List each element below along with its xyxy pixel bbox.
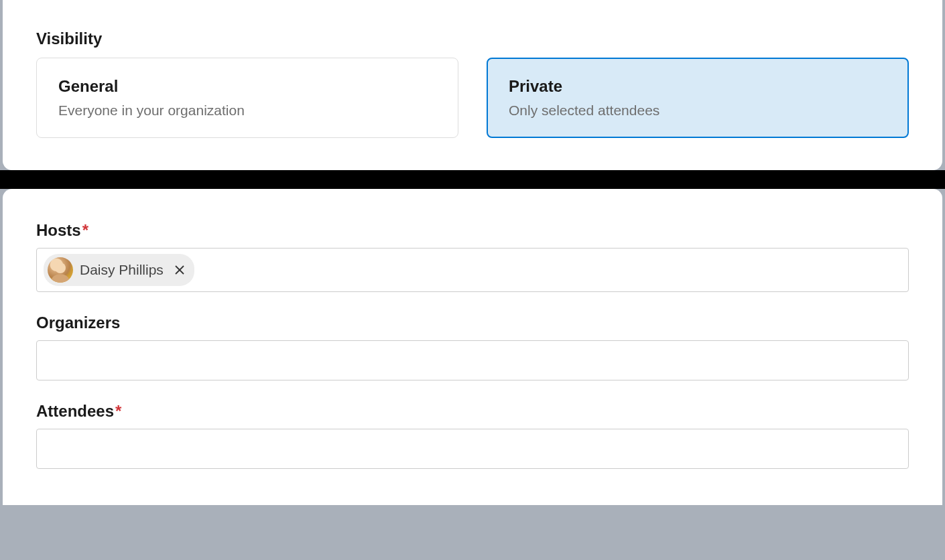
- option-title: General: [58, 77, 436, 96]
- hosts-label: Hosts*: [36, 221, 909, 240]
- organizers-input[interactable]: [36, 340, 909, 380]
- organizers-text-input[interactable]: [44, 347, 901, 374]
- avatar: [48, 257, 73, 283]
- visibility-card: Visibility General Everyone in your orga…: [3, 0, 942, 170]
- people-card: Hosts* Daisy Phillips Organizers: [3, 189, 942, 505]
- hosts-text-input[interactable]: [198, 257, 901, 283]
- hosts-input[interactable]: Daisy Phillips: [36, 248, 909, 292]
- visibility-option-general[interactable]: General Everyone in your organization: [36, 58, 458, 138]
- required-indicator: *: [115, 402, 121, 420]
- attendees-input[interactable]: [36, 429, 909, 469]
- visibility-label: Visibility: [36, 29, 909, 48]
- attendees-text-input[interactable]: [44, 435, 901, 462]
- organizers-field-group: Organizers: [36, 313, 909, 380]
- required-indicator: *: [82, 221, 88, 239]
- host-chip[interactable]: Daisy Phillips: [44, 254, 194, 286]
- option-desc: Only selected attendees: [509, 102, 887, 119]
- visibility-options: General Everyone in your organization Pr…: [36, 58, 909, 138]
- hosts-field-group: Hosts* Daisy Phillips: [36, 221, 909, 292]
- organizers-label-text: Organizers: [36, 313, 120, 332]
- divider-gap: [0, 170, 945, 189]
- option-desc: Everyone in your organization: [58, 102, 436, 119]
- hosts-label-text: Hosts: [36, 221, 81, 239]
- organizers-label: Organizers: [36, 313, 909, 332]
- attendees-label-text: Attendees: [36, 402, 114, 420]
- visibility-option-private[interactable]: Private Only selected attendees: [487, 58, 909, 138]
- attendees-label: Attendees*: [36, 402, 909, 421]
- chip-name: Daisy Phillips: [80, 262, 164, 278]
- option-title: Private: [509, 77, 887, 96]
- close-icon[interactable]: [173, 263, 186, 277]
- attendees-field-group: Attendees*: [36, 402, 909, 469]
